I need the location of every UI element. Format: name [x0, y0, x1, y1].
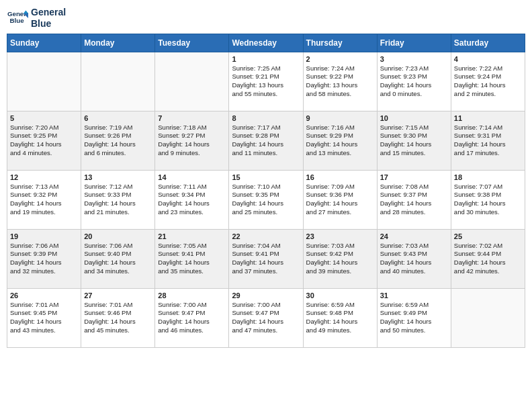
calendar-cell: 11Sunrise: 7:14 AMSunset: 9:31 PMDayligh…: [451, 111, 525, 170]
calendar-cell: 20Sunrise: 7:06 AMSunset: 9:40 PMDayligh…: [81, 229, 155, 288]
sunrise-time: Sunrise: 7:20 AM: [10, 124, 78, 132]
day-number: 16: [306, 173, 374, 181]
calendar-cell: 30Sunrise: 6:59 AMSunset: 9:48 PMDayligh…: [303, 288, 377, 347]
sunset-time: Sunset: 9:24 PM: [454, 73, 522, 81]
daylight-hours: Daylight: 14 hours: [232, 318, 300, 326]
sunset-time: Sunset: 9:29 PM: [306, 132, 374, 140]
daylight-minutes: and 42 minutes.: [454, 267, 522, 276]
daylight-hours: Daylight: 14 hours: [380, 81, 448, 90]
daylight-hours: Daylight: 14 hours: [84, 140, 152, 149]
calendar-week-row: 5Sunrise: 7:20 AMSunset: 9:25 PMDaylight…: [7, 111, 525, 170]
daylight-minutes: and 35 minutes.: [158, 267, 226, 276]
daylight-hours: Daylight: 14 hours: [84, 199, 152, 208]
column-header-thursday: Thursday: [303, 34, 377, 52]
day-number: 5: [10, 114, 78, 122]
daylight-hours: Daylight: 14 hours: [232, 259, 300, 267]
cell-info: Sunrise: 7:04 AMSunset: 9:41 PMDaylight:…: [232, 242, 300, 276]
daylight-hours: Daylight: 14 hours: [306, 259, 374, 267]
daylight-hours: Daylight: 14 hours: [454, 259, 522, 267]
column-header-monday: Monday: [81, 34, 155, 52]
calendar-cell: 2Sunrise: 7:24 AMSunset: 9:22 PMDaylight…: [303, 52, 377, 111]
calendar-cell: 9Sunrise: 7:16 AMSunset: 9:29 PMDaylight…: [303, 111, 377, 170]
day-number: 28: [158, 291, 226, 300]
cell-info: Sunrise: 7:16 AMSunset: 9:29 PMDaylight:…: [306, 124, 374, 158]
daylight-minutes: and 50 minutes.: [380, 326, 448, 335]
sunset-time: Sunset: 9:47 PM: [232, 309, 300, 318]
sunset-time: Sunset: 9:33 PM: [84, 191, 152, 199]
sunset-time: Sunset: 9:45 PM: [10, 309, 78, 318]
day-number: 24: [380, 232, 448, 240]
cell-info: Sunrise: 7:00 AMSunset: 9:47 PMDaylight:…: [232, 301, 300, 335]
daylight-minutes: and 9 minutes.: [158, 149, 226, 158]
cell-info: Sunrise: 7:14 AMSunset: 9:31 PMDaylight:…: [454, 124, 522, 158]
sunset-time: Sunset: 9:21 PM: [232, 73, 300, 81]
daylight-minutes: and 40 minutes.: [380, 267, 448, 276]
sunrise-time: Sunrise: 7:06 AM: [84, 242, 152, 250]
day-number: 23: [306, 232, 374, 240]
day-number: 21: [158, 232, 226, 240]
cell-info: Sunrise: 7:06 AMSunset: 9:40 PMDaylight:…: [84, 242, 152, 276]
cell-info: Sunrise: 7:12 AMSunset: 9:33 PMDaylight:…: [84, 183, 152, 217]
daylight-hours: Daylight: 14 hours: [232, 140, 300, 149]
daylight-minutes: and 0 minutes.: [380, 90, 448, 99]
sunrise-time: Sunrise: 7:08 AM: [380, 183, 448, 191]
day-number: 11: [454, 114, 522, 122]
daylight-hours: Daylight: 14 hours: [380, 259, 448, 267]
sunrise-time: Sunrise: 7:03 AM: [306, 242, 374, 250]
calendar-cell: 7Sunrise: 7:18 AMSunset: 9:27 PMDaylight…: [155, 111, 229, 170]
day-number: 13: [84, 173, 152, 181]
cell-info: Sunrise: 6:59 AMSunset: 9:48 PMDaylight:…: [306, 301, 374, 335]
sunrise-time: Sunrise: 7:09 AM: [306, 183, 374, 191]
cell-info: Sunrise: 7:00 AMSunset: 9:47 PMDaylight:…: [158, 301, 226, 335]
daylight-hours: Daylight: 13 hours: [232, 81, 300, 90]
daylight-hours: Daylight: 14 hours: [380, 140, 448, 149]
calendar-cell: [81, 52, 155, 111]
day-number: 29: [232, 291, 300, 300]
day-number: 7: [158, 114, 226, 122]
daylight-minutes: and 19 minutes.: [10, 208, 78, 217]
daylight-hours: Daylight: 14 hours: [454, 81, 522, 90]
calendar-cell: 16Sunrise: 7:09 AMSunset: 9:36 PMDayligh…: [303, 170, 377, 229]
day-number: 10: [380, 114, 448, 122]
day-number: 22: [232, 232, 300, 240]
day-number: 9: [306, 114, 374, 122]
day-number: 17: [380, 173, 448, 181]
sunset-time: Sunset: 9:46 PM: [84, 309, 152, 318]
day-number: 4: [454, 55, 522, 63]
sunset-time: Sunset: 9:37 PM: [380, 191, 448, 199]
logo-text2: Blue: [31, 18, 66, 30]
cell-info: Sunrise: 7:11 AMSunset: 9:34 PMDaylight:…: [158, 183, 226, 217]
daylight-hours: Daylight: 14 hours: [454, 199, 522, 208]
daylight-minutes: and 6 minutes.: [84, 149, 152, 158]
logo: General Blue General Blue: [7, 7, 66, 30]
calendar-header-row: SundayMondayTuesdayWednesdayThursdayFrid…: [7, 34, 525, 52]
day-number: 20: [84, 232, 152, 240]
sunset-time: Sunset: 9:41 PM: [232, 250, 300, 259]
calendar-cell: 1Sunrise: 7:25 AMSunset: 9:21 PMDaylight…: [229, 52, 303, 111]
daylight-minutes: and 45 minutes.: [84, 326, 152, 335]
day-number: 15: [232, 173, 300, 181]
daylight-minutes: and 2 minutes.: [454, 90, 522, 99]
daylight-minutes: and 17 minutes.: [454, 149, 522, 158]
sunrise-time: Sunrise: 7:16 AM: [306, 124, 374, 132]
daylight-minutes: and 49 minutes.: [306, 326, 374, 335]
day-number: 26: [10, 291, 78, 300]
sunrise-time: Sunrise: 7:25 AM: [232, 64, 300, 73]
calendar-cell: 25Sunrise: 7:02 AMSunset: 9:44 PMDayligh…: [451, 229, 525, 288]
sunrise-time: Sunrise: 7:04 AM: [232, 242, 300, 250]
calendar-cell: 23Sunrise: 7:03 AMSunset: 9:42 PMDayligh…: [303, 229, 377, 288]
sunset-time: Sunset: 9:42 PM: [306, 250, 374, 259]
calendar-cell: 14Sunrise: 7:11 AMSunset: 9:34 PMDayligh…: [155, 170, 229, 229]
sunset-time: Sunset: 9:48 PM: [306, 309, 374, 318]
calendar-cell: 26Sunrise: 7:01 AMSunset: 9:45 PMDayligh…: [7, 288, 81, 347]
calendar-cell: 22Sunrise: 7:04 AMSunset: 9:41 PMDayligh…: [229, 229, 303, 288]
column-header-tuesday: Tuesday: [155, 34, 229, 52]
calendar-cell: 8Sunrise: 7:17 AMSunset: 9:28 PMDaylight…: [229, 111, 303, 170]
day-number: 19: [10, 232, 78, 240]
daylight-minutes: and 4 minutes.: [10, 149, 78, 158]
sunrise-time: Sunrise: 7:23 AM: [380, 64, 448, 73]
cell-info: Sunrise: 7:25 AMSunset: 9:21 PMDaylight:…: [232, 64, 300, 99]
column-header-friday: Friday: [377, 34, 451, 52]
day-number: 18: [454, 173, 522, 181]
calendar-cell: 18Sunrise: 7:07 AMSunset: 9:38 PMDayligh…: [451, 170, 525, 229]
